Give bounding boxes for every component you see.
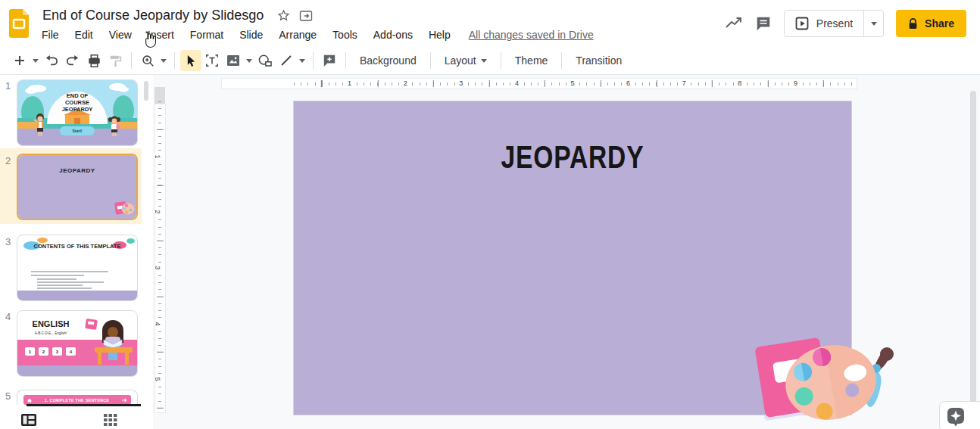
toolbar-divider <box>430 52 431 69</box>
slide2-mini-illustration <box>114 199 135 217</box>
menu-arrange[interactable]: Arrange <box>278 27 317 42</box>
theme-label: Theme <box>515 54 548 67</box>
present-button-group: Present <box>784 10 884 37</box>
redo-icon <box>66 54 80 67</box>
h-ruler-number: 9 <box>792 79 799 87</box>
h-ruler-number: 8 <box>736 79 743 87</box>
text-line <box>37 278 76 280</box>
v-ruler-number: 1 <box>154 154 161 158</box>
new-slide-options-button[interactable] <box>30 50 41 71</box>
slides-logo[interactable] <box>8 8 30 39</box>
book-palette-illustration[interactable] <box>746 333 897 429</box>
slide-title-text[interactable]: JEOPARDY <box>350 139 796 176</box>
trending-icon[interactable] <box>725 16 743 31</box>
slide4-number-button: 3 <box>52 347 62 356</box>
editor-canvas: 1 2 3 4 5 6 7 8 9 1 2 3 4 5 JEOPARDY <box>153 75 980 429</box>
v-ruler-number: 5 <box>154 377 161 381</box>
menu-help[interactable]: Help <box>428 27 451 42</box>
share-label: Share <box>925 17 954 30</box>
transition-button[interactable]: Transition <box>567 51 630 70</box>
slide-thumbnail-3[interactable]: CONTENTS OF THIS TEMPLATE <box>17 235 138 301</box>
shape-icon <box>258 54 272 67</box>
theme-button[interactable]: Theme <box>507 51 557 70</box>
menu-file[interactable]: File <box>41 27 60 42</box>
select-cursor-icon <box>186 54 197 67</box>
comment-add-icon <box>323 54 336 67</box>
slide3-title: CONTENTS OF THIS TEMPLATE <box>17 243 137 250</box>
explore-button[interactable] <box>939 401 980 429</box>
redo-button[interactable] <box>62 50 83 71</box>
filmstrip-scrollbar[interactable] <box>144 81 148 101</box>
filmstrip-end-line <box>27 404 141 406</box>
slide4-number-button: 2 <box>39 347 48 356</box>
svg-text:Start!: Start! <box>72 129 82 133</box>
layout-label: Layout <box>445 54 476 67</box>
star-icon[interactable] <box>277 9 290 22</box>
slide-filmstrip: 1 END OF COURSE JEOPARDY Start <box>0 75 153 409</box>
v-ruler-number: 2 <box>154 210 161 213</box>
h-ruler-number: 6 <box>625 79 632 87</box>
new-slide-button[interactable] <box>9 50 30 71</box>
paint-format-button[interactable] <box>105 50 126 71</box>
toolbar-divider <box>345 52 346 69</box>
present-options-button[interactable] <box>863 11 883 36</box>
background-button[interactable]: Background <box>351 51 425 70</box>
text-line <box>37 288 92 289</box>
slide-thumbnail-2-selected[interactable]: JEOPARDY <box>17 154 138 220</box>
dropdown-caret-icon <box>299 59 305 63</box>
h-ruler-number: 5 <box>569 79 576 87</box>
menu-format[interactable]: Format <box>189 27 224 42</box>
present-button[interactable]: Present <box>785 11 863 36</box>
slide-thumbnail-5[interactable]: 1. COMPLETE THE SENTENCE <box>17 390 138 405</box>
toolbar-divider <box>313 52 314 69</box>
line-button[interactable] <box>276 50 297 71</box>
v-ruler-number: 4 <box>154 322 161 325</box>
slide4-footer-strip <box>17 365 137 376</box>
save-status-link[interactable]: All changes saved in Drive <box>469 29 594 41</box>
insert-comment-button[interactable] <box>319 50 340 71</box>
slide5-title: 1. COMPLETE THE SENTENCE <box>45 398 109 403</box>
image-options-button[interactable] <box>244 50 254 71</box>
slide-thumbnail-1[interactable]: END OF COURSE JEOPARDY Start! <box>17 79 138 146</box>
menu-tools[interactable]: Tools <box>332 27 358 42</box>
select-tool-button[interactable] <box>180 50 201 71</box>
menu-edit[interactable]: Edit <box>74 27 94 42</box>
undo-button[interactable] <box>41 50 62 71</box>
menu-addons[interactable]: Add-ons <box>373 27 414 42</box>
text-line <box>37 281 104 283</box>
cloud-shape <box>37 238 48 243</box>
new-slide-icon <box>14 54 26 67</box>
grid-view-icon[interactable] <box>104 414 117 426</box>
line-options-button[interactable] <box>297 50 307 71</box>
zoom-button[interactable] <box>137 50 158 71</box>
print-button[interactable] <box>83 50 105 71</box>
zoom-options-button[interactable] <box>158 50 169 71</box>
dropdown-caret-icon <box>481 59 487 63</box>
toolbar-divider <box>131 52 132 69</box>
shape-button[interactable] <box>254 50 276 71</box>
menu-view[interactable]: View <box>108 27 133 42</box>
insert-image-button[interactable] <box>223 50 244 71</box>
svg-text:JEOPARDY: JEOPARDY <box>62 106 93 113</box>
slide-thumbnail-4[interactable]: ENGLISH A-B-C-D-E... English! 1 2 3 4 <box>17 310 138 377</box>
pointer-hand-cursor <box>141 30 156 48</box>
menu-slide[interactable]: Slide <box>239 27 264 42</box>
v-ruler-number: 3 <box>154 266 161 269</box>
move-folder-icon[interactable] <box>299 10 313 22</box>
layout-button[interactable]: Layout <box>436 51 495 70</box>
slide-number: 3 <box>5 236 11 247</box>
slide4-title: ENGLISH <box>19 319 83 328</box>
h-ruler-number: 4 <box>513 79 520 87</box>
comment-icon[interactable] <box>755 15 772 32</box>
share-button[interactable]: Share <box>896 10 966 37</box>
slide4-number-button: 4 <box>66 347 76 356</box>
document-title[interactable]: End of Course Jeopardy by Slidesgo <box>42 8 264 23</box>
text-line <box>37 284 83 286</box>
h-ruler-number: 7 <box>681 79 688 87</box>
slide-number: 5 <box>5 390 11 402</box>
home-icon <box>27 398 32 403</box>
h-ruler-number: 3 <box>457 79 464 87</box>
text-box-button[interactable] <box>201 50 223 71</box>
filmstrip-view-icon[interactable] <box>21 414 36 426</box>
canvas-scrollbar[interactable] <box>970 91 976 412</box>
